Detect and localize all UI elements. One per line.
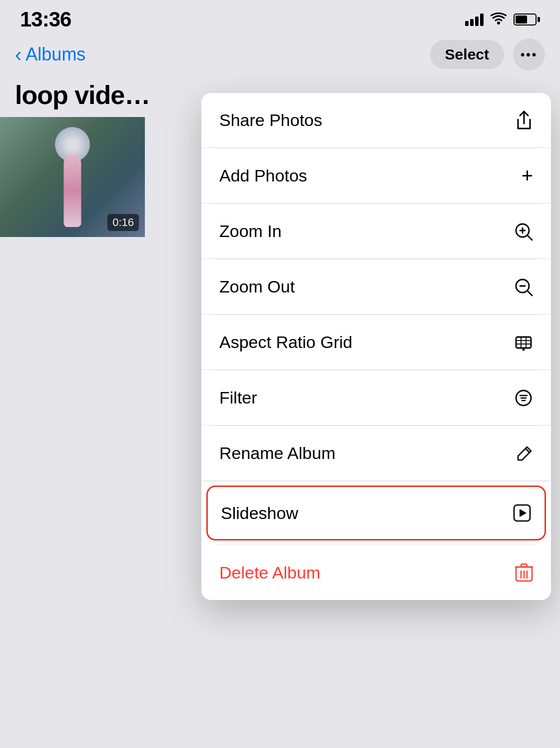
play-icon xyxy=(513,504,532,522)
pencil-icon xyxy=(516,445,533,462)
menu-item-share-photos[interactable]: Share Photos xyxy=(201,93,551,148)
menu-item-filter-label: Filter xyxy=(219,388,257,408)
menu-item-rename-album-label: Rename Album xyxy=(219,444,335,463)
svg-line-7 xyxy=(528,291,532,296)
trash-icon xyxy=(515,563,533,582)
svg-rect-23 xyxy=(521,564,527,567)
zoom-in-icon xyxy=(514,222,533,241)
divider xyxy=(204,481,548,482)
svg-point-9 xyxy=(523,348,525,350)
filter-icon xyxy=(514,388,533,408)
menu-item-zoom-out[interactable]: Zoom Out xyxy=(201,260,551,314)
menu-item-filter[interactable]: Filter xyxy=(201,370,551,426)
menu-item-rename-album[interactable]: Rename Album xyxy=(201,426,551,481)
menu-item-zoom-out-label: Zoom Out xyxy=(219,277,295,296)
menu-item-delete-album[interactable]: Delete Album xyxy=(201,545,551,600)
menu-item-zoom-in[interactable]: Zoom In xyxy=(201,204,551,259)
menu-item-add-photos-label: Add Photos xyxy=(219,166,307,186)
dropdown-menu: Share Photos Add Photos + Zoom In xyxy=(201,93,551,600)
menu-item-aspect-ratio-grid[interactable]: Aspect Ratio Grid xyxy=(201,315,551,370)
menu-item-share-photos-label: Share Photos xyxy=(219,110,322,130)
menu-item-slideshow[interactable]: Slideshow xyxy=(206,486,546,540)
menu-item-add-photos[interactable]: Add Photos + xyxy=(201,148,551,204)
svg-line-4 xyxy=(528,236,532,240)
plus-icon: + xyxy=(522,164,533,187)
share-icon xyxy=(515,110,533,130)
aspect-ratio-icon xyxy=(514,333,533,352)
menu-item-slideshow-label: Slideshow xyxy=(221,504,298,523)
menu-item-delete-album-label: Delete Album xyxy=(219,563,320,582)
menu-item-zoom-in-label: Zoom In xyxy=(219,222,282,241)
svg-rect-8 xyxy=(516,337,531,348)
menu-item-aspect-ratio-grid-label: Aspect Ratio Grid xyxy=(219,332,352,352)
zoom-out-icon xyxy=(514,278,533,296)
